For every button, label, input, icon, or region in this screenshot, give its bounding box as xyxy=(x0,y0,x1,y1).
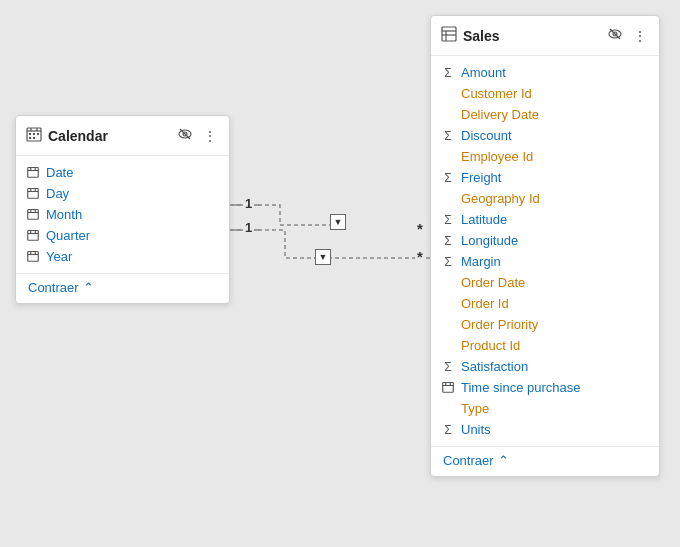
sales-field-employee-id[interactable]: Employee Id xyxy=(431,146,659,167)
sales-field-longitude[interactable]: Longitude xyxy=(431,230,659,251)
svg-rect-5 xyxy=(33,133,35,135)
date-table-icon xyxy=(26,166,40,180)
field-name-employee-id: Employee Id xyxy=(461,149,533,164)
sales-table-icon xyxy=(441,26,457,45)
calendar-field-day[interactable]: Day xyxy=(16,183,229,204)
calendar-footer-collapse[interactable]: Contraer ⌃ xyxy=(16,273,229,303)
sales-fields: Amount Customer Id Delivery Date Discoun… xyxy=(431,56,659,446)
sales-field-satisfaction[interactable]: Satisfaction xyxy=(431,356,659,377)
cardinality-label-lower: 1 xyxy=(243,220,254,235)
field-name-latitude: Latitude xyxy=(461,212,507,227)
field-name-day: Day xyxy=(46,186,69,201)
time-since-table-icon xyxy=(441,381,455,395)
calendar-card-title: Calendar xyxy=(48,128,169,144)
svg-rect-4 xyxy=(29,133,31,135)
star-label-upper: * xyxy=(415,220,425,237)
svg-rect-20 xyxy=(28,209,39,219)
arrow-box-upper: ▼ xyxy=(330,214,346,230)
svg-rect-39 xyxy=(443,382,454,392)
calendar-collapse-icon: ⌃ xyxy=(83,280,94,295)
sales-field-freight[interactable]: Freight xyxy=(431,167,659,188)
svg-rect-24 xyxy=(28,230,39,240)
cardinality-label-upper: 1 xyxy=(243,196,254,211)
latitude-sigma-icon xyxy=(441,213,455,227)
field-name-customer-id: Customer Id xyxy=(461,86,532,101)
field-name-quarter: Quarter xyxy=(46,228,90,243)
star-label-lower: * xyxy=(415,248,425,265)
sales-footer-label: Contraer xyxy=(443,453,494,468)
sales-field-units[interactable]: Units xyxy=(431,419,659,440)
field-name-year: Year xyxy=(46,249,72,264)
discount-sigma-icon xyxy=(441,129,455,143)
sales-field-amount[interactable]: Amount xyxy=(431,62,659,83)
arrow-box-lower: ▼ xyxy=(315,249,331,265)
field-name-month: Month xyxy=(46,207,82,222)
calendar-table-card: Calendar ⋮ Date xyxy=(15,115,230,304)
sales-field-type[interactable]: Type xyxy=(431,398,659,419)
calendar-table-icon xyxy=(26,126,42,145)
sales-field-product-id[interactable]: Product Id xyxy=(431,335,659,356)
sales-field-order-id[interactable]: Order Id xyxy=(431,293,659,314)
svg-rect-12 xyxy=(28,167,39,177)
field-name-time-since-purchase: Time since purchase xyxy=(461,380,580,395)
calendar-field-month[interactable]: Month xyxy=(16,204,229,225)
field-name-product-id: Product Id xyxy=(461,338,520,353)
calendar-more-icon[interactable]: ⋮ xyxy=(201,126,219,146)
calendar-header-actions: ⋮ xyxy=(175,124,219,147)
sales-field-order-date[interactable]: Order Date xyxy=(431,272,659,293)
svg-rect-32 xyxy=(442,27,456,41)
sales-visibility-icon[interactable] xyxy=(605,24,625,47)
field-name-longitude: Longitude xyxy=(461,233,518,248)
svg-rect-6 xyxy=(37,133,39,135)
svg-rect-16 xyxy=(28,188,39,198)
year-table-icon xyxy=(26,250,40,264)
field-name-amount: Amount xyxy=(461,65,506,80)
sales-card-title: Sales xyxy=(463,28,599,44)
sales-card-header: Sales ⋮ xyxy=(431,16,659,56)
field-name-order-date: Order Date xyxy=(461,275,525,290)
quarter-table-icon xyxy=(26,229,40,243)
field-name-date: Date xyxy=(46,165,73,180)
calendar-field-year[interactable]: Year xyxy=(16,246,229,267)
calendar-card-header: Calendar ⋮ xyxy=(16,116,229,156)
svg-rect-7 xyxy=(29,137,31,139)
amount-sigma-icon xyxy=(441,66,455,80)
field-name-freight: Freight xyxy=(461,170,501,185)
sales-field-latitude[interactable]: Latitude xyxy=(431,209,659,230)
sales-header-actions: ⋮ xyxy=(605,24,649,47)
day-table-icon xyxy=(26,187,40,201)
longitude-sigma-icon xyxy=(441,234,455,248)
sales-more-icon[interactable]: ⋮ xyxy=(631,26,649,46)
calendar-footer-label: Contraer xyxy=(28,280,79,295)
sales-field-order-priority[interactable]: Order Priority xyxy=(431,314,659,335)
satisfaction-sigma-icon xyxy=(441,360,455,374)
field-name-units: Units xyxy=(461,422,491,437)
month-table-icon xyxy=(26,208,40,222)
sales-field-delivery-date[interactable]: Delivery Date xyxy=(431,104,659,125)
sales-footer-collapse[interactable]: Contraer ⌃ xyxy=(431,446,659,476)
field-name-satisfaction: Satisfaction xyxy=(461,359,528,374)
sales-field-geography-id[interactable]: Geography Id xyxy=(431,188,659,209)
units-sigma-icon xyxy=(441,423,455,437)
sales-collapse-icon: ⌃ xyxy=(498,453,509,468)
calendar-visibility-icon[interactable] xyxy=(175,124,195,147)
sales-field-customer-id[interactable]: Customer Id xyxy=(431,83,659,104)
sales-table-card: Sales ⋮ Amount Customer Id Delive xyxy=(430,15,660,477)
field-name-type: Type xyxy=(461,401,489,416)
sales-field-margin[interactable]: Margin xyxy=(431,251,659,272)
field-name-order-id: Order Id xyxy=(461,296,509,311)
svg-rect-8 xyxy=(33,137,35,139)
calendar-field-date[interactable]: Date xyxy=(16,162,229,183)
field-name-order-priority: Order Priority xyxy=(461,317,538,332)
calendar-fields: Date Day Month xyxy=(16,156,229,273)
margin-sigma-icon xyxy=(441,255,455,269)
field-name-geography-id: Geography Id xyxy=(461,191,540,206)
field-name-discount: Discount xyxy=(461,128,512,143)
sales-field-time-since-purchase[interactable]: Time since purchase xyxy=(431,377,659,398)
sales-field-discount[interactable]: Discount xyxy=(431,125,659,146)
field-name-delivery-date: Delivery Date xyxy=(461,107,539,122)
calendar-field-quarter[interactable]: Quarter xyxy=(16,225,229,246)
svg-rect-28 xyxy=(28,251,39,261)
freight-sigma-icon xyxy=(441,171,455,185)
field-name-margin: Margin xyxy=(461,254,501,269)
